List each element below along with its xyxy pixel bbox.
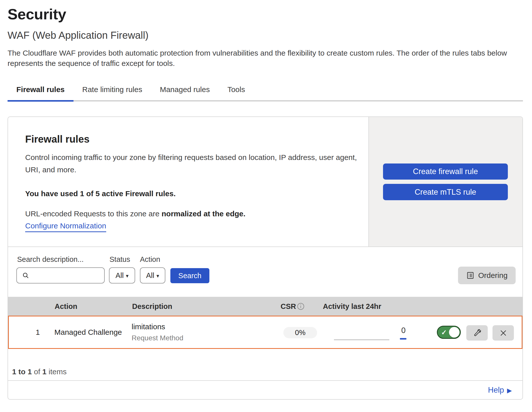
create-mtls-rule-button[interactable]: Create mTLS rule	[383, 184, 508, 200]
rule-enabled-toggle[interactable]: ✓	[437, 326, 461, 339]
search-icon	[22, 272, 29, 279]
action-label: Action	[140, 255, 160, 264]
search-input[interactable]	[33, 271, 99, 280]
activity-count-link[interactable]: 0	[398, 326, 409, 335]
column-header-activity: Activity last 24hr	[323, 302, 381, 310]
status-select[interactable]: All ▾	[109, 267, 135, 283]
status-select-value: All	[116, 271, 124, 280]
card-heading: Firewall rules	[25, 134, 90, 145]
ordering-button-label: Ordering	[478, 271, 508, 280]
footer-divider	[8, 380, 523, 381]
ordering-list-icon	[466, 271, 475, 280]
page-description: The Cloudflare WAF provides both automat…	[8, 48, 524, 68]
rule-priority: 1	[33, 328, 42, 337]
ordering-button[interactable]: Ordering	[458, 267, 516, 284]
column-header-action: Action	[55, 302, 77, 310]
card-description: Control incoming traffic to your zone by…	[25, 151, 364, 176]
page-title: Security	[8, 6, 66, 23]
rule-expression: Request Method	[132, 334, 183, 342]
wrench-icon	[473, 328, 482, 338]
chevron-down-icon: ▾	[126, 272, 129, 279]
tab-firewall-rules[interactable]: Firewall rules	[8, 83, 73, 96]
page-subtitle: WAF (Web Application Firewall)	[8, 30, 148, 41]
edit-rule-button[interactable]	[466, 325, 488, 341]
search-button[interactable]: Search	[170, 268, 209, 283]
normalization-note: URL-encoded Requests to this zone are no…	[25, 210, 245, 218]
help-arrow-icon: ▶	[507, 386, 512, 394]
table-header: Action Description CSR Activity last 24h…	[8, 297, 522, 316]
activity-sparkline	[334, 340, 389, 340]
configure-normalization-link[interactable]: Configure Normalization	[25, 222, 106, 232]
rule-description[interactable]: limitations	[132, 322, 183, 331]
table-row: 1 Managed Challenge limitations Request …	[8, 316, 522, 349]
active-tab-underline	[8, 100, 73, 102]
column-header-description: Description	[132, 302, 172, 310]
usage-summary: You have used 1 of 5 active Firewall rul…	[25, 189, 176, 198]
action-select[interactable]: All ▾	[140, 267, 165, 283]
help-link-label: Help	[488, 386, 504, 395]
search-label: Search description...	[17, 255, 84, 264]
tab-managed-rules[interactable]: Managed rules	[151, 83, 218, 96]
pagination-summary: 1 to 1 of 1 items	[12, 367, 67, 376]
column-header-csr: CSR	[281, 302, 296, 310]
pagination-range: 1 to 1	[12, 367, 32, 376]
toggle-knob	[449, 327, 460, 338]
tab-rate-limiting-rules[interactable]: Rate limiting rules	[73, 83, 151, 96]
action-select-value: All	[146, 271, 154, 280]
firewall-rules-panel: Firewall rules Control incoming traffic …	[8, 116, 523, 400]
create-firewall-rule-button[interactable]: Create firewall rule	[383, 163, 508, 180]
pagination-of: of	[34, 367, 40, 376]
delete-rule-button[interactable]	[492, 325, 514, 341]
pagination-total: 1	[42, 367, 47, 376]
csr-badge: 0%	[283, 327, 317, 338]
search-field[interactable]	[16, 267, 105, 283]
tab-tools[interactable]: Tools	[219, 83, 254, 96]
normalization-note-bold: normalized at the edge.	[162, 210, 245, 218]
card-divider	[8, 246, 523, 247]
help-link[interactable]: Help ▶	[488, 386, 512, 395]
close-icon	[499, 329, 508, 337]
tab-track-line	[8, 100, 523, 101]
pagination-items-word: items	[49, 367, 67, 376]
rule-description-cell: limitations Request Method	[132, 322, 183, 342]
check-icon: ✓	[441, 328, 447, 337]
activity-count-underline	[400, 338, 406, 340]
tab-bar: Firewall rules Rate limiting rules Manag…	[8, 83, 254, 96]
card-actions-panel	[368, 117, 523, 246]
info-icon[interactable]	[297, 303, 305, 310]
chevron-down-icon: ▾	[157, 272, 159, 279]
rule-action: Managed Challenge	[54, 328, 122, 337]
status-label: Status	[109, 255, 130, 264]
